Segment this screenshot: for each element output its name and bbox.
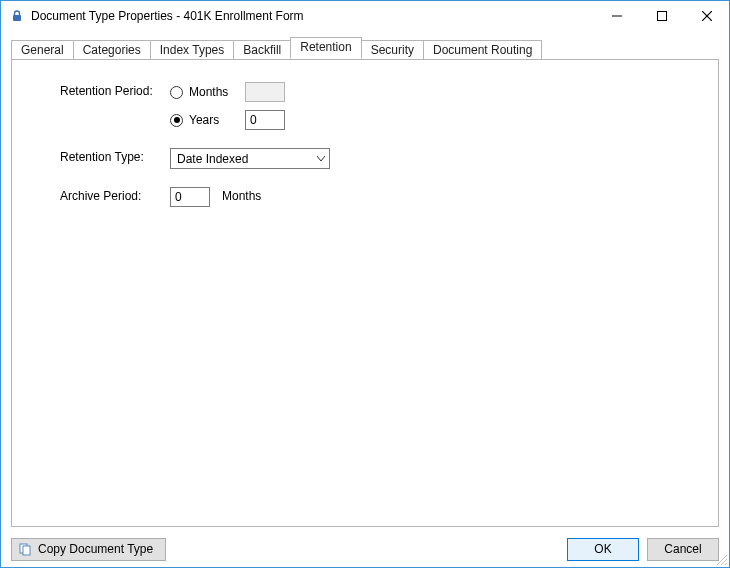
archive-period-input[interactable]: 0 (170, 187, 210, 207)
copy-icon (18, 542, 32, 556)
archive-period-label: Archive Period: (60, 187, 170, 203)
row-retention-type: Retention Type: Date Indexed (60, 148, 702, 169)
titlebar: Document Type Properties - 401K Enrollme… (1, 1, 729, 31)
svg-rect-2 (657, 12, 666, 21)
years-label: Years (189, 113, 239, 127)
row-retention-period: Retention Period: Months Years 0 (60, 82, 702, 130)
archive-unit-label: Months (222, 187, 261, 203)
retention-type-select[interactable]: Date Indexed (170, 148, 330, 169)
chevron-down-icon (317, 154, 325, 164)
bottom-bar: Copy Document Type OK Cancel (1, 533, 729, 567)
retention-period-label: Retention Period: (60, 82, 170, 98)
ok-button[interactable]: OK (567, 538, 639, 561)
tabpanel-retention: Retention Period: Months Years 0 Retenti (11, 59, 719, 527)
lock-icon (9, 8, 25, 24)
retention-period-months-radio[interactable] (170, 86, 183, 99)
tabstrip: General Categories Index Types Backfill … (11, 37, 719, 59)
client-area: General Categories Index Types Backfill … (1, 31, 729, 533)
maximize-button[interactable] (639, 2, 684, 30)
close-button[interactable] (684, 2, 729, 30)
tab-retention[interactable]: Retention (290, 37, 361, 59)
minimize-button[interactable] (594, 2, 639, 30)
svg-line-9 (725, 563, 727, 565)
copy-button-label: Copy Document Type (38, 542, 153, 556)
tab-document-routing[interactable]: Document Routing (423, 40, 542, 60)
svg-rect-6 (23, 546, 30, 555)
years-input[interactable]: 0 (245, 110, 285, 130)
cancel-button[interactable]: Cancel (647, 538, 719, 561)
svg-rect-0 (13, 15, 21, 21)
tab-index-types[interactable]: Index Types (150, 40, 235, 60)
months-label: Months (189, 85, 239, 99)
retention-type-value: Date Indexed (177, 152, 248, 166)
resize-grip[interactable] (715, 553, 727, 565)
window-title: Document Type Properties - 401K Enrollme… (31, 9, 304, 23)
tab-backfill[interactable]: Backfill (233, 40, 291, 60)
row-archive-period: Archive Period: 0 Months (60, 187, 702, 207)
copy-document-type-button[interactable]: Copy Document Type (11, 538, 166, 561)
retention-type-label: Retention Type: (60, 148, 170, 164)
tab-security[interactable]: Security (361, 40, 424, 60)
months-input[interactable] (245, 82, 285, 102)
tab-general[interactable]: General (11, 40, 74, 60)
dialog-window: Document Type Properties - 401K Enrollme… (0, 0, 730, 568)
tab-categories[interactable]: Categories (73, 40, 151, 60)
retention-period-years-radio[interactable] (170, 114, 183, 127)
